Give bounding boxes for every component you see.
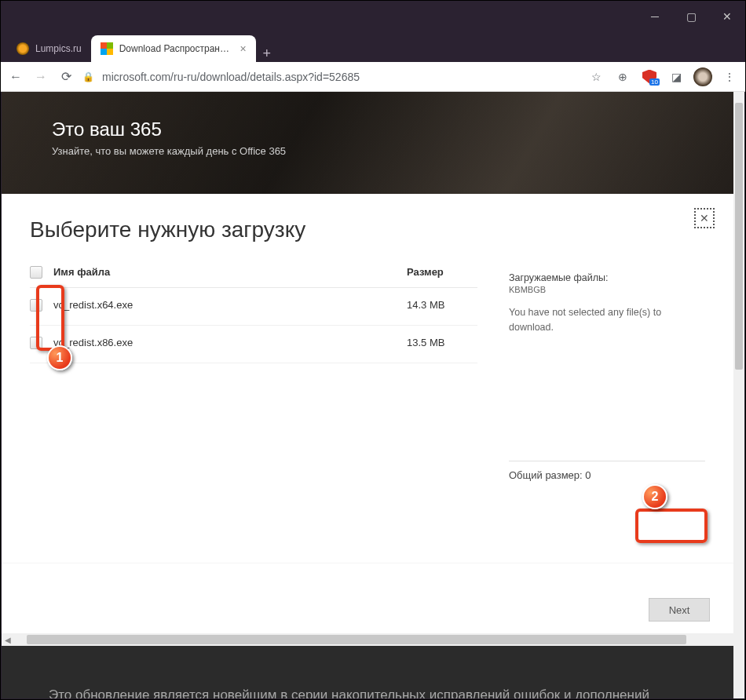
address-bar: ← → ⟳ 🔒 microsoft.com/ru-ru/download/det… — [1, 62, 745, 92]
browser-tab[interactable]: Lumpics.ru — [7, 35, 91, 62]
window-maximize-button[interactable]: ▢ — [673, 1, 709, 32]
file-name: vc_redist.x86.exe — [53, 337, 407, 352]
no-selection-message: You have not selected any file(s) to dow… — [509, 305, 705, 335]
url-text[interactable]: microsoft.com/ru-ru/download/details.asp… — [102, 71, 579, 83]
select-all-checkbox[interactable] — [30, 266, 42, 279]
dialog-close-button[interactable]: ✕ — [694, 208, 715, 228]
forward-button[interactable]: → — [32, 70, 49, 84]
tab-title: Download Распространяемый к — [119, 43, 234, 54]
hero-title: Это ваш 365 — [52, 118, 744, 140]
description-text: Это обновление является новейшим в серии… — [49, 685, 686, 698]
browser-tab-active[interactable]: Download Распространяемый к × — [91, 35, 256, 62]
lock-icon[interactable]: 🔒 — [82, 71, 94, 82]
cube-extension-icon[interactable]: ◪ — [667, 67, 686, 86]
extension-circle-icon[interactable]: ⊕ — [613, 67, 632, 86]
next-button[interactable]: Next — [649, 598, 710, 622]
dialog-title: Выберите нужную загрузку — [30, 217, 705, 242]
column-header-name: Имя файла — [53, 266, 407, 281]
favicon-icon — [101, 42, 113, 55]
file-size: 13.5 MB — [407, 337, 477, 352]
browser-window: ─ ▢ ✕ Lumpics.ru Download Распространяем… — [0, 0, 746, 700]
star-icon[interactable]: ☆ — [587, 67, 605, 86]
file-checkbox[interactable] — [30, 299, 42, 312]
reload-button[interactable]: ⟳ — [57, 69, 75, 84]
menu-icon[interactable]: ⋮ — [720, 67, 739, 86]
dialog-footer: Next — [2, 563, 733, 633]
scrollbar-thumb[interactable] — [735, 103, 743, 370]
summary-files-label: Загружаемые файлы: — [509, 272, 705, 283]
tab-title: Lumpics.ru — [35, 43, 82, 54]
horizontal-scrollbar[interactable]: ◀ ▶ — [2, 633, 744, 646]
table-row: vc_redist.x86.exe 13.5 MB — [30, 326, 477, 363]
hero-subtitle: Узнайте, что вы можете каждый день с Off… — [52, 145, 744, 157]
total-size-label: Общий размер: 0 — [509, 461, 705, 481]
hero-banner: Это ваш 365 Узнайте, что вы можете кажды… — [2, 92, 744, 194]
vertical-scrollbar[interactable] — [733, 92, 744, 698]
scrollbar-thumb[interactable] — [27, 635, 686, 644]
summary-files-value: KBMBGB — [509, 285, 705, 294]
profile-avatar[interactable] — [693, 67, 712, 86]
shield-extension-icon[interactable]: 10 — [640, 67, 659, 86]
scroll-left-arrow-icon[interactable]: ◀ — [2, 636, 14, 644]
window-titlebar: ─ ▢ ✕ — [1, 1, 745, 32]
column-header-size: Размер — [407, 266, 477, 281]
file-name: vc_redist.x64.exe — [53, 299, 407, 314]
file-size: 14.3 MB — [407, 299, 477, 314]
new-tab-button[interactable]: + — [256, 46, 278, 62]
download-summary: Загружаемые файлы: KBMBGB You have not s… — [509, 260, 705, 481]
tab-strip: Lumpics.ru Download Распространяемый к ×… — [1, 32, 745, 62]
table-row: vc_redist.x64.exe 14.3 MB — [30, 288, 477, 326]
page-description: Это обновление является новейшим в серии… — [2, 646, 733, 698]
window-close-button[interactable]: ✕ — [709, 1, 745, 32]
download-dialog: ✕ Выберите нужную загрузку Имя файла Раз… — [2, 194, 733, 563]
table-header: Имя файла Размер — [30, 260, 477, 288]
favicon-icon — [16, 42, 29, 55]
files-table: Имя файла Размер vc_redist.x64.exe 14.3 … — [30, 260, 477, 481]
tab-close-icon[interactable]: × — [240, 42, 247, 55]
page-viewport: Это ваш 365 Узнайте, что вы можете кажды… — [2, 92, 744, 698]
file-checkbox[interactable] — [30, 337, 42, 349]
window-minimize-button[interactable]: ─ — [637, 1, 673, 32]
back-button[interactable]: ← — [7, 70, 24, 84]
